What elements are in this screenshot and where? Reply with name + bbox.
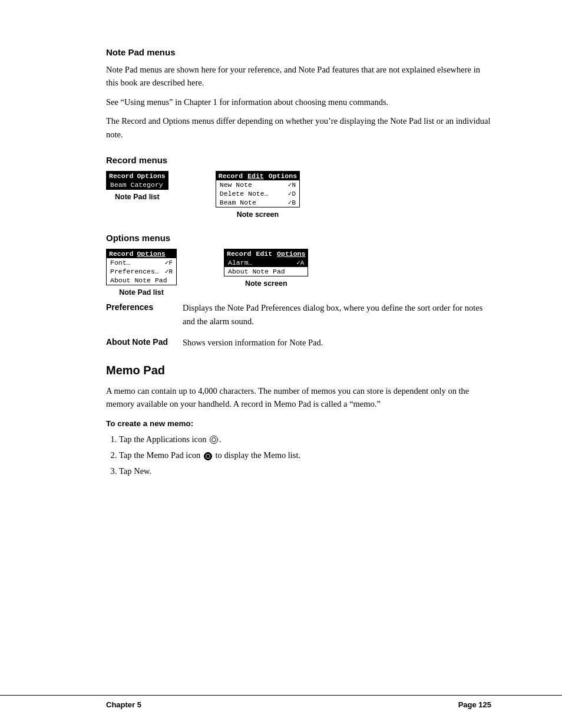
footer-chapter: Chapter 5 bbox=[106, 700, 141, 709]
options-list-menu-record: Record bbox=[109, 250, 133, 258]
options-menus-section: Options menus Record Options Font… ✓F Pr… bbox=[106, 233, 491, 349]
term-about-desc: Shows version information for Note Pad. bbox=[183, 336, 491, 349]
memo-step-1: Tap the Applications icon . bbox=[119, 433, 491, 446]
memo-pad-create-title: To create a new memo: bbox=[106, 419, 491, 428]
options-note-item-alarm: Alarm… ✓A bbox=[224, 258, 308, 267]
memo-pad-steps: Tap the Applications icon . Tap the Memo… bbox=[106, 433, 491, 479]
applications-icon bbox=[210, 436, 218, 444]
term-about-label: About Note Pad bbox=[106, 336, 171, 349]
note-pad-para2: See “Using menus” in Chapter 1 for infor… bbox=[106, 95, 491, 108]
record-list-menu-ui: Record Options Beam Category bbox=[106, 171, 168, 190]
options-note-menu-block: Record Edit Options Alarm… ✓A About Note… bbox=[224, 249, 308, 288]
record-list-menu-record: Record bbox=[109, 172, 133, 180]
note-pad-menus-title: Note Pad menus bbox=[106, 47, 491, 57]
record-list-menu-block: Record Options Beam Category Note Pad li… bbox=[106, 171, 168, 201]
options-list-menu-options: Options bbox=[137, 250, 165, 258]
memo-pad-section: Memo Pad A memo can contain up to 4,000 … bbox=[106, 364, 491, 479]
options-note-menu-record: Record bbox=[227, 250, 251, 258]
options-note-menu-edit: Edit bbox=[256, 250, 272, 258]
term-preferences: Preferences Displays the Note Pad Prefer… bbox=[106, 301, 491, 328]
options-list-menu-ui: Record Options Font… ✓F Preferences… ✓R … bbox=[106, 249, 177, 285]
record-list-caption: Note Pad list bbox=[106, 193, 168, 201]
memo-step-2: Tap the Memo Pad icon to display the Mem… bbox=[119, 449, 491, 462]
memo-pad-title: Memo Pad bbox=[106, 364, 491, 377]
term-preferences-desc: Displays the Note Pad Preferences dialog… bbox=[183, 301, 491, 328]
options-list-item-prefs: Preferences… ✓R bbox=[107, 267, 176, 276]
record-note-item-deletenote: Delete Note… ✓D bbox=[216, 189, 299, 198]
record-note-item-beamnote: Beam Note ✓B bbox=[216, 198, 299, 207]
page: Note Pad menus Note Pad menus are shown … bbox=[0, 0, 562, 728]
note-pad-menus-section: Note Pad menus Note Pad menus are shown … bbox=[106, 47, 491, 141]
record-list-menu-options: Options bbox=[137, 172, 165, 180]
record-menus-title: Record menus bbox=[106, 155, 491, 165]
options-list-item-about: About Note Pad bbox=[107, 276, 176, 285]
memo-pad-para1: A memo can contain up to 4,000 character… bbox=[106, 384, 491, 411]
options-note-menu-options: Options bbox=[277, 250, 305, 258]
record-note-menu-edit: Edit bbox=[247, 172, 264, 180]
note-pad-para1: Note Pad menus are shown here for your r… bbox=[106, 63, 491, 90]
options-list-item-font: Font… ✓F bbox=[107, 258, 176, 267]
record-note-menu-bar: Record Edit Options bbox=[216, 172, 299, 180]
record-note-menu-record: Record bbox=[219, 172, 243, 180]
record-note-menu-block: Record Edit Options New Note ✓N Delete N… bbox=[216, 171, 300, 219]
options-note-menu-ui: Record Edit Options Alarm… ✓A About Note… bbox=[224, 249, 308, 276]
record-note-item-newnote: New Note ✓N bbox=[216, 180, 299, 189]
options-note-item-about: About Note Pad bbox=[224, 267, 308, 276]
record-menus-section: Record menus Record Options Beam Categor… bbox=[106, 155, 491, 219]
term-preferences-label: Preferences bbox=[106, 301, 171, 328]
note-pad-para3: The Record and Options menus differ depe… bbox=[106, 114, 491, 141]
footer-page: Page 125 bbox=[458, 700, 491, 709]
options-list-menu-block: Record Options Font… ✓F Preferences… ✓R … bbox=[106, 249, 177, 297]
options-note-caption: Note screen bbox=[224, 279, 308, 288]
options-note-menu-bar: Record Edit Options bbox=[224, 249, 308, 258]
options-list-menu-bar: Record Options bbox=[107, 249, 176, 258]
record-note-menu-options: Options bbox=[269, 172, 297, 180]
record-note-caption: Note screen bbox=[216, 210, 300, 219]
page-footer: Chapter 5 Page 125 bbox=[0, 695, 562, 709]
options-list-caption: Note Pad list bbox=[106, 288, 177, 297]
record-list-menu-item-beam: Beam Category bbox=[107, 180, 168, 189]
options-menus-title: Options menus bbox=[106, 233, 491, 243]
memo-pad-icon bbox=[204, 452, 212, 460]
memo-step-3: Tap New. bbox=[119, 465, 491, 478]
options-menus-row: Record Options Font… ✓F Preferences… ✓R … bbox=[106, 249, 491, 297]
record-menus-row: Record Options Beam Category Note Pad li… bbox=[106, 171, 491, 219]
record-list-menu-bar: Record Options bbox=[107, 172, 168, 180]
record-note-menu-ui: Record Edit Options New Note ✓N Delete N… bbox=[216, 171, 300, 207]
term-about: About Note Pad Shows version information… bbox=[106, 336, 491, 349]
